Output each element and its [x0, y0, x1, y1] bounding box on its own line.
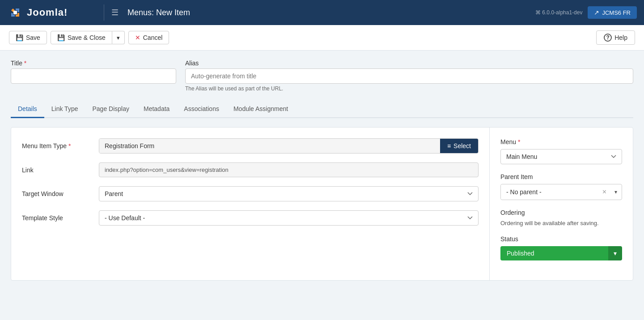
logo-text: Joomla! — [27, 7, 68, 18]
target-window-control: Parent New Window with Navigation New Wi… — [99, 186, 479, 201]
save-close-dropdown[interactable]: ▾ — [112, 31, 125, 44]
menu-item-type-label: Menu Item Type * — [22, 142, 93, 149]
parent-item-group: Parent Item - No parent - × ▾ — [500, 173, 622, 200]
hamburger-icon[interactable]: ☰ — [111, 8, 119, 17]
help-icon: ? — [604, 34, 612, 42]
alias-group: Alias The Alias will be used as part of … — [185, 60, 633, 92]
alias-input[interactable] — [185, 68, 633, 84]
tab-metadata[interactable]: Metadata — [136, 101, 177, 118]
content: Title * Alias The Alias will be used as … — [0, 51, 644, 290]
details-left: Menu Item Type * Registration Form ≡ Sel… — [11, 128, 490, 280]
svg-rect-1 — [13, 11, 17, 14]
parent-item-value: - No parent - — [501, 185, 599, 199]
tab-details[interactable]: Details — [11, 101, 44, 118]
select-button[interactable]: ≡ Select — [440, 139, 478, 153]
parent-chevron-button[interactable]: ▾ — [610, 185, 622, 199]
menu-label: Menu * — [500, 138, 622, 145]
alias-label: Alias — [185, 60, 633, 67]
status-label: Status — [500, 235, 622, 243]
cancel-label: Cancel — [143, 34, 163, 41]
help-label: Help — [614, 34, 627, 41]
menu-select[interactable]: Main Menu — [500, 149, 622, 164]
menu-item-type-selector: Registration Form ≡ Select — [99, 138, 479, 154]
cancel-button[interactable]: ✕ Cancel — [128, 31, 169, 44]
title-required: * — [24, 60, 26, 67]
tab-associations[interactable]: Associations — [177, 101, 226, 118]
help-button[interactable]: ? Help — [596, 30, 635, 45]
tab-link-type[interactable]: Link Type — [44, 101, 85, 118]
joomla-logo-icon — [7, 4, 23, 21]
title-alias-row: Title * Alias The Alias will be used as … — [11, 60, 633, 92]
status-chevron-icon: ▾ — [614, 250, 617, 257]
menu-group: Menu * Main Menu — [500, 138, 622, 164]
status-dropdown-button[interactable]: ▾ — [608, 246, 622, 260]
list-icon: ≡ — [447, 142, 451, 149]
logo: Joomla! — [7, 4, 97, 21]
menu-item-type-required: * — [68, 142, 71, 149]
status-row: Published ▾ — [500, 246, 622, 260]
select-label: Select — [453, 142, 471, 149]
parent-item-row: - No parent - × ▾ — [500, 184, 622, 200]
header-right: ⌘ 6.0.0-alpha1-dev ↗ JCMS6 FR — [535, 6, 637, 19]
menu-item-type-value: Registration Form — [99, 139, 440, 153]
ordering-label: Ordering — [500, 209, 622, 216]
title-input[interactable] — [11, 68, 176, 84]
header: Joomla! ☰ Menus: New Item ⌘ 6.0.0-alpha1… — [0, 0, 644, 25]
save-close-group: 💾 Save & Close ▾ — [51, 31, 125, 44]
link-value: index.php?option=com_users&view=registra… — [99, 162, 479, 177]
cancel-icon: ✕ — [135, 34, 140, 41]
link-control: index.php?option=com_users&view=registra… — [99, 162, 479, 177]
parent-item-label: Parent Item — [500, 173, 622, 180]
target-window-label: Target Window — [22, 190, 93, 197]
save-label: Save — [26, 34, 40, 41]
page-title: Menus: New Item — [127, 8, 528, 17]
save-icon: 💾 — [16, 34, 23, 41]
user-button-label: JCMS6 FR — [602, 9, 631, 16]
save-close-icon: 💾 — [57, 34, 65, 41]
title-group: Title * — [11, 60, 176, 92]
alias-hint: The Alias will be used as part of the UR… — [185, 85, 633, 92]
target-window-row: Target Window Parent New Window with Nav… — [22, 186, 479, 201]
template-style-control: - Use Default - — [99, 210, 479, 226]
tab-module-assignment[interactable]: Module Assignment — [226, 101, 295, 118]
status-value: Published — [500, 246, 608, 260]
target-window-select[interactable]: Parent New Window with Navigation New Wi… — [99, 186, 479, 201]
link-row: Link index.php?option=com_users&view=reg… — [22, 162, 479, 177]
ordering-hint: Ordering will be available after saving. — [500, 220, 622, 226]
details-panel: Menu Item Type * Registration Form ≡ Sel… — [11, 127, 633, 281]
save-close-button[interactable]: 💾 Save & Close — [51, 31, 112, 44]
template-style-row: Template Style - Use Default - — [22, 210, 479, 226]
header-divider — [104, 4, 104, 21]
chevron-down-icon: ▾ — [117, 34, 120, 41]
ordering-group: Ordering Ordering will be available afte… — [500, 209, 622, 226]
tabs-bar: Details Link Type Page Display Metadata … — [11, 101, 633, 118]
external-icon: ↗ — [594, 9, 599, 16]
title-label: Title * — [11, 60, 176, 67]
link-label: Link — [22, 166, 93, 174]
toolbar: 💾 Save 💾 Save & Close ▾ ✕ Cancel ? Help — [0, 25, 644, 51]
details-right: Menu * Main Menu Parent Item - No parent… — [490, 128, 633, 280]
menu-item-type-control: Registration Form ≡ Select — [99, 138, 479, 154]
save-button[interactable]: 💾 Save — [9, 31, 47, 44]
template-style-label: Template Style — [22, 214, 93, 222]
version-text: ⌘ 6.0.0-alpha1-dev — [535, 9, 582, 16]
menu-item-type-row: Menu Item Type * Registration Form ≡ Sel… — [22, 138, 479, 154]
template-style-select[interactable]: - Use Default - — [99, 210, 479, 226]
tab-page-display[interactable]: Page Display — [85, 101, 136, 118]
save-close-label: Save & Close — [68, 34, 106, 41]
menu-required: * — [518, 138, 520, 145]
status-group: Status Published ▾ — [500, 235, 622, 260]
parent-clear-button[interactable]: × — [599, 184, 610, 200]
user-button[interactable]: ↗ JCMS6 FR — [588, 6, 637, 19]
